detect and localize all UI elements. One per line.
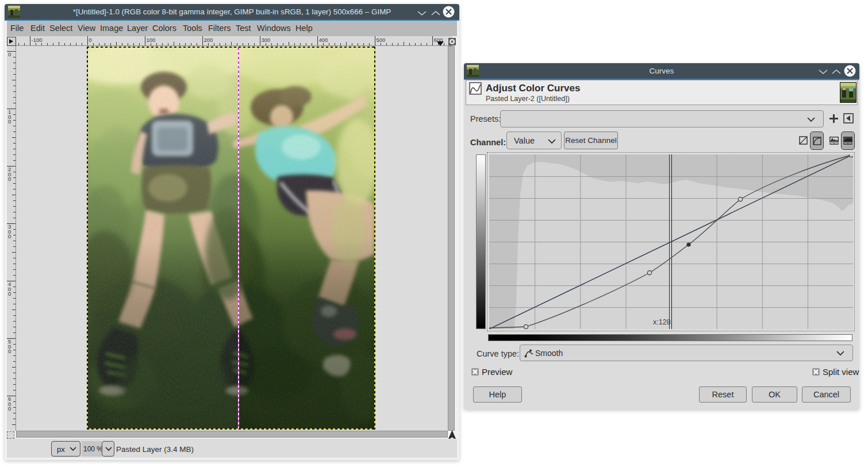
svg-text:200: 200 bbox=[204, 37, 213, 43]
svg-text:0: 0 bbox=[8, 233, 11, 239]
svg-text:-100: -100 bbox=[32, 37, 43, 43]
svg-text:0: 0 bbox=[8, 348, 11, 354]
svg-text:0: 0 bbox=[8, 118, 11, 125]
svg-text:0: 0 bbox=[8, 176, 11, 182]
svg-text:500: 500 bbox=[377, 37, 386, 43]
svg-text:0: 0 bbox=[8, 405, 11, 412]
svg-text:0: 0 bbox=[89, 37, 92, 43]
svg-text:300: 300 bbox=[262, 37, 271, 43]
svg-text:400: 400 bbox=[319, 37, 328, 43]
svg-text:100: 100 bbox=[147, 37, 156, 43]
svg-text:0: 0 bbox=[8, 291, 11, 297]
svg-text:0: 0 bbox=[8, 51, 11, 57]
svg-text:x:128: x:128 bbox=[653, 318, 671, 326]
